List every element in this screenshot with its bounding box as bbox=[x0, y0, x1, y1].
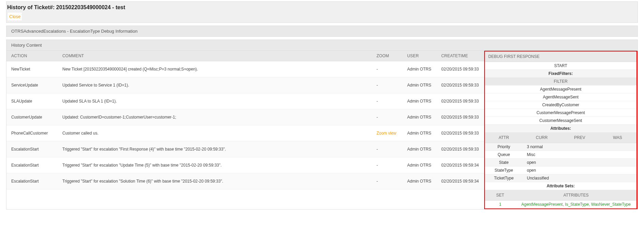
createtime-cell: 02/20/2015 09:59:33 bbox=[436, 141, 484, 157]
user-cell: Admin OTRS bbox=[402, 157, 436, 173]
debug-sets-table: SET ATTRIBUTES 1AgentMessagePresent, Is_… bbox=[485, 190, 637, 208]
zoom-cell: - bbox=[372, 77, 402, 93]
attr-curr: open bbox=[523, 167, 561, 174]
zoom-cell: - bbox=[372, 173, 402, 189]
user-cell: Admin OTRS bbox=[402, 93, 436, 109]
escalation-debug-banner: OTRSAdvancedEscalations - EscalationType… bbox=[6, 26, 638, 37]
attr-prev bbox=[561, 167, 599, 174]
set-row: 1AgentMessagePresent, Is_StateType, WasN… bbox=[485, 201, 637, 208]
attr-prev bbox=[561, 159, 599, 167]
debug-attr-table: ATTR CURR PREV WAS Priority3 normalQueue… bbox=[485, 133, 637, 182]
attr-prev bbox=[561, 151, 599, 159]
action-cell: EscalationStart bbox=[6, 157, 58, 173]
zoom-cell: - bbox=[372, 109, 402, 125]
attr-was bbox=[599, 151, 637, 159]
user-cell: Admin OTRS bbox=[402, 109, 436, 125]
user-cell: Admin OTRS bbox=[402, 141, 436, 157]
set-col-attributes: ATTRIBUTES bbox=[516, 190, 637, 201]
comment-cell: Triggered "Start" for escalation "First … bbox=[58, 141, 372, 157]
col-createtime: CREATETIME bbox=[436, 51, 484, 61]
zoom-cell: - bbox=[372, 61, 402, 77]
user-cell: Admin OTRS bbox=[402, 125, 436, 141]
zoom-cell: - bbox=[372, 141, 402, 157]
createtime-cell: 02/20/2015 09:59:33 bbox=[436, 93, 484, 109]
createtime-cell: 02/20/2015 09:59:33 bbox=[436, 125, 484, 141]
attr-curr: open bbox=[523, 159, 561, 167]
set-col-set: SET bbox=[485, 190, 516, 201]
set-id: 1 bbox=[485, 201, 516, 208]
attr-col-prev: PREV bbox=[561, 133, 599, 143]
action-cell: CustomerUpdate bbox=[6, 109, 58, 125]
debug-filter-item: CustomerMessageSent bbox=[485, 117, 637, 125]
user-cell: Admin OTRS bbox=[402, 173, 436, 189]
attr-prev bbox=[561, 143, 599, 151]
user-cell: Admin OTRS bbox=[402, 61, 436, 77]
col-comment: COMMENT bbox=[58, 51, 372, 61]
debug-header: DEBUG FIRST RESPONSE bbox=[485, 51, 637, 62]
attr-row: Stateopen bbox=[485, 159, 637, 167]
attr-row: StateTypeopen bbox=[485, 167, 637, 174]
action-cell: EscalationStart bbox=[6, 173, 58, 189]
table-row: EscalationStartTriggered "Start" for esc… bbox=[6, 157, 484, 173]
attr-col-attr: ATTR bbox=[485, 133, 523, 143]
attr-name: State bbox=[485, 159, 523, 167]
attr-was bbox=[599, 159, 637, 167]
zoom-cell: - bbox=[372, 93, 402, 109]
comment-cell: Triggered "Start" for escalation "Soluti… bbox=[58, 173, 372, 189]
comment-cell: New Ticket [201502203549000024] created … bbox=[58, 61, 372, 77]
attr-row: TicketTypeUnclassified bbox=[485, 174, 637, 182]
comment-cell: Updated Service to Service 1 (ID=1). bbox=[58, 77, 372, 93]
attr-curr: 3 normal bbox=[523, 143, 561, 151]
attr-prev bbox=[561, 174, 599, 182]
table-row: SLAUpdateUpdated SLA to SLA 1 (ID=1).-Ad… bbox=[6, 93, 484, 109]
comment-cell: Triggered "Start" for escalation "Update… bbox=[58, 157, 372, 173]
comment-cell: Updated SLA to SLA 1 (ID=1). bbox=[58, 93, 372, 109]
table-row: ServiceUpdateUpdated Service to Service … bbox=[6, 77, 484, 93]
debug-panel: DEBUG FIRST RESPONSE START FixedFilters:… bbox=[484, 51, 638, 209]
debug-start: START bbox=[485, 62, 637, 70]
user-cell: Admin OTRS bbox=[402, 77, 436, 93]
attr-was bbox=[599, 167, 637, 174]
comment-cell: Customer called us. bbox=[58, 125, 372, 141]
debug-filter-item: AgentMessagePresent bbox=[485, 85, 637, 93]
attr-col-was: WAS bbox=[599, 133, 637, 143]
zoom-link[interactable]: Zoom view bbox=[377, 131, 396, 136]
col-user: USER bbox=[402, 51, 436, 61]
createtime-cell: 02/20/2015 09:59:33 bbox=[436, 77, 484, 93]
debug-filter-item: CustomerMessagePresent bbox=[485, 109, 637, 117]
action-cell: ServiceUpdate bbox=[6, 77, 58, 93]
debug-filter-item: AgentMessageSent bbox=[485, 93, 637, 101]
attr-curr: Unclassified bbox=[523, 174, 561, 182]
attr-row: Priority3 normal bbox=[485, 143, 637, 151]
debug-fixedfilters-label: FixedFilters: bbox=[485, 70, 637, 78]
attr-was bbox=[599, 174, 637, 182]
page-title: History of Ticket#: 201502203549000024 -… bbox=[7, 4, 638, 13]
table-row: EscalationStartTriggered "Start" for esc… bbox=[6, 173, 484, 189]
table-row: NewTicketNew Ticket [201502203549000024]… bbox=[6, 61, 484, 77]
createtime-cell: 02/20/2015 09:59:33 bbox=[436, 61, 484, 77]
attr-col-curr: CURR bbox=[523, 133, 561, 143]
action-cell: EscalationStart bbox=[6, 141, 58, 157]
attr-name: Queue bbox=[485, 151, 523, 159]
debug-attrsets-label: Attribute Sets: bbox=[485, 182, 637, 190]
history-content-panel: History Content ACTION COMMENT ZOOM USER… bbox=[6, 40, 638, 209]
attr-name: TicketType bbox=[485, 174, 523, 182]
createtime-cell: 02/20/2015 09:59:34 bbox=[436, 157, 484, 173]
attr-row: QueueMisc bbox=[485, 151, 637, 159]
attr-was bbox=[599, 143, 637, 151]
col-action: ACTION bbox=[6, 51, 58, 61]
col-zoom: ZOOM bbox=[372, 51, 402, 61]
table-row: PhoneCallCustomerCustomer called us.Zoom… bbox=[6, 125, 484, 141]
debug-attributes-label: Attributes: bbox=[485, 125, 637, 133]
comment-cell: Updated: CustomerID=customer-1;CustomerU… bbox=[58, 109, 372, 125]
attr-curr: Misc bbox=[523, 151, 561, 159]
page-header: History of Ticket#: 201502203549000024 -… bbox=[6, 1, 638, 23]
close-link[interactable]: Close bbox=[8, 13, 22, 20]
createtime-cell: 02/20/2015 09:59:34 bbox=[436, 173, 484, 189]
debug-filter-header: FILTER bbox=[485, 78, 637, 85]
zoom-cell: - bbox=[372, 157, 402, 173]
history-table: ACTION COMMENT ZOOM USER CREATETIME NewT… bbox=[6, 51, 484, 189]
set-attributes: AgentMessagePresent, Is_StateType, WasNe… bbox=[516, 201, 637, 208]
history-table-area: ACTION COMMENT ZOOM USER CREATETIME NewT… bbox=[6, 51, 484, 209]
createtime-cell: 02/20/2015 09:59:33 bbox=[436, 109, 484, 125]
